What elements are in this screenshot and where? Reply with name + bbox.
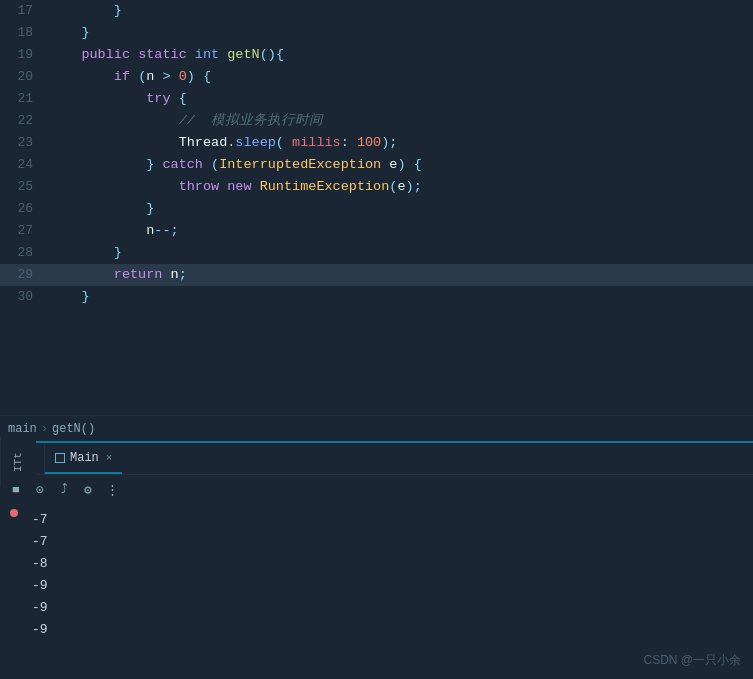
breadcrumb-sep: ›: [41, 422, 48, 436]
panel-tab-main[interactable]: Main ×: [45, 443, 122, 474]
code-line-22: 22 // 模拟业务执行时间: [0, 110, 753, 132]
line-content-29: return n;: [45, 264, 753, 286]
line-num-17: 17: [0, 0, 45, 22]
code-line-19: 19 public static int getN(){: [0, 44, 753, 66]
tab-close-button[interactable]: ×: [106, 452, 113, 464]
line-num-24: 24: [0, 154, 45, 176]
settings-button[interactable]: ⚙: [78, 480, 98, 500]
line-content-25: throw new RuntimeException(e);: [45, 176, 753, 198]
code-line-18: 18 }: [0, 22, 753, 44]
code-line-26: 26 }: [0, 198, 753, 220]
watermark: CSDN @一只小余: [643, 652, 741, 669]
toolbar-row: ■ ⊙ ⤴ ⚙ ⋮: [0, 475, 753, 505]
line-num-28: 28: [0, 242, 45, 264]
tab-label: Main: [70, 451, 99, 465]
line-content-23: Thread.sleep( millis: 100);: [45, 132, 753, 154]
panel-tabs-row: 运行 Main ×: [0, 443, 753, 475]
tab-square-icon: [55, 453, 65, 463]
output-line-1: -7: [28, 509, 753, 531]
sidebar-run-label: ITt: [0, 437, 36, 487]
code-line-17: 17 }: [0, 0, 753, 22]
breadcrumb-method: getN(): [52, 422, 95, 436]
line-content-24: } catch (InterruptedException e) {: [45, 154, 753, 176]
code-line-24: 24 } catch (InterruptedException e) {: [0, 154, 753, 176]
code-editor: 17 } 18 } 19 public static int getN(){ 2…: [0, 0, 753, 415]
code-line-30: 30 }: [0, 286, 753, 308]
line-num-20: 20: [0, 66, 45, 88]
output-gutter: [0, 505, 28, 679]
output-line-2: -7: [28, 531, 753, 553]
line-content-19: public static int getN(){: [45, 44, 753, 66]
line-content-26: }: [45, 198, 753, 220]
line-num-27: 27: [0, 220, 45, 242]
line-num-22: 22: [0, 110, 45, 132]
line-content-20: if (n > 0) {: [45, 66, 753, 88]
line-content-17: }: [45, 0, 753, 22]
line-content-27: n--;: [45, 220, 753, 242]
line-num-19: 19: [0, 44, 45, 66]
bottom-panel: 运行 Main × ■ ⊙ ⤴ ⚙ ⋮ -7 -7 -8 -9 -9 -9: [0, 441, 753, 679]
line-num-18: 18: [0, 22, 45, 44]
line-content-21: try {: [45, 88, 753, 110]
line-content-30: }: [45, 286, 753, 308]
export-button[interactable]: ⤴: [54, 480, 74, 500]
code-line-20: 20 if (n > 0) {: [0, 66, 753, 88]
code-line-29: 29 return n;: [0, 264, 753, 286]
line-num-29: 29: [0, 264, 45, 286]
code-line-27: 27 n--;: [0, 220, 753, 242]
line-content-28: }: [45, 242, 753, 264]
line-num-25: 25: [0, 176, 45, 198]
line-num-21: 21: [0, 88, 45, 110]
code-line-25: 25 throw new RuntimeException(e);: [0, 176, 753, 198]
gutter-marker: [10, 509, 18, 517]
line-num-30: 30: [0, 286, 45, 308]
output-area: -7 -7 -8 -9 -9 -9: [0, 505, 753, 679]
code-line-28: 28 }: [0, 242, 753, 264]
more-button[interactable]: ⋮: [102, 480, 122, 500]
line-num-23: 23: [0, 132, 45, 154]
line-num-26: 26: [0, 198, 45, 220]
breadcrumb-bar: main › getN(): [0, 415, 753, 441]
line-content-18: }: [45, 22, 753, 44]
output-line-6: -9: [28, 619, 753, 641]
code-line-23: 23 Thread.sleep( millis: 100);: [0, 132, 753, 154]
output-line-4: -9: [28, 575, 753, 597]
output-line-5: -9: [28, 597, 753, 619]
output-line-3: -8: [28, 553, 753, 575]
breadcrumb-main: main: [8, 422, 37, 436]
code-line-21: 21 try {: [0, 88, 753, 110]
line-content-22: // 模拟业务执行时间: [45, 110, 753, 132]
code-lines: 17 } 18 } 19 public static int getN(){ 2…: [0, 0, 753, 415]
